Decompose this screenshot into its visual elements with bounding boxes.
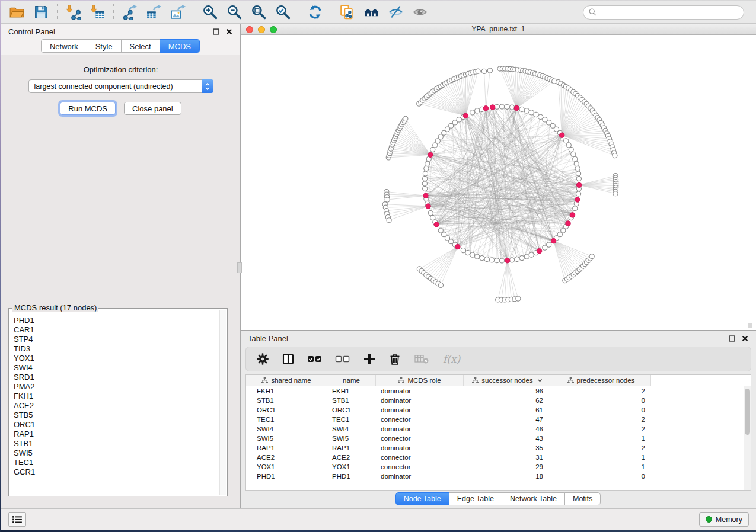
save-icon[interactable] <box>29 2 53 23</box>
mcds-result-item[interactable]: SWI4 <box>14 363 218 373</box>
tab-motifs[interactable]: Motifs <box>564 492 601 505</box>
import-network-icon[interactable] <box>61 2 85 23</box>
zoom-out-icon[interactable] <box>222 2 247 23</box>
float-panel-button[interactable] <box>212 28 220 36</box>
column-header-successor-nodes[interactable]: successor nodes <box>464 375 551 386</box>
column-header-shared-name[interactable]: shared name <box>246 375 327 386</box>
mcds-result-scrollbar[interactable] <box>219 310 226 495</box>
maximize-window-icon[interactable] <box>270 26 277 33</box>
open-icon[interactable] <box>5 2 29 23</box>
delete-icon[interactable] <box>388 352 401 366</box>
gear-icon[interactable] <box>256 352 269 366</box>
table-row[interactable]: PHD1PHD1dominator180 <box>246 472 751 481</box>
network-window-titlebar[interactable]: YPA_prune.txt_1 <box>241 24 756 35</box>
table-row[interactable]: STB1STB1dominator620 <box>246 396 751 405</box>
panel-splitter-handle[interactable] <box>237 262 242 273</box>
optimization-criterion-dropdown[interactable]: largest connected component (undirected) <box>28 79 213 93</box>
run-mcds-button[interactable]: Run MCDS <box>60 102 116 115</box>
table-panel: Table Panel f(x) shared namenameMCDS rol… <box>241 331 756 508</box>
dropdown-value: largest connected component (undirected) <box>34 82 173 91</box>
mcds-result-item[interactable]: TID3 <box>14 344 218 354</box>
toolbar-separator <box>299 4 299 21</box>
hide-icon[interactable] <box>384 2 408 23</box>
table-row[interactable]: TEC1TEC1connector472 <box>246 415 751 424</box>
table-body: FKH1FKH1dominator962STB1STB1dominator620… <box>246 386 751 481</box>
import-table-icon[interactable] <box>85 2 110 23</box>
search-box[interactable] <box>583 5 744 20</box>
table-cell: PHD1 <box>327 473 376 480</box>
table-scrollbar[interactable] <box>744 386 751 490</box>
close-table-panel-button[interactable] <box>741 335 749 342</box>
column-header-MCDS-role[interactable]: MCDS role <box>376 375 464 386</box>
zoom-fit-icon[interactable] <box>247 2 271 23</box>
table-cell: dominator <box>376 444 464 451</box>
search-input[interactable] <box>600 8 738 17</box>
node-table[interactable]: shared namenameMCDS rolesuccessor nodesp… <box>245 374 751 491</box>
show-panels-button[interactable] <box>8 512 26 527</box>
mcds-result-item[interactable]: PMA2 <box>14 382 218 392</box>
column-header-predecessor-nodes[interactable]: predecessor nodes <box>551 375 651 386</box>
zoom-in-icon[interactable] <box>198 2 222 23</box>
tab-network[interactable]: Network <box>41 39 87 53</box>
deselect-all-icon[interactable] <box>335 352 350 366</box>
mcds-result-item[interactable]: STP4 <box>14 335 218 344</box>
refresh-icon[interactable] <box>303 2 327 23</box>
close-panel-action-button[interactable]: Close panel <box>124 102 181 115</box>
table-row[interactable]: YOX1YOX1connector291 <box>246 462 751 472</box>
network-graph[interactable] <box>241 35 756 330</box>
mcds-result-item[interactable]: SWI5 <box>14 448 218 458</box>
mcds-result-item[interactable]: FKH1 <box>14 392 218 401</box>
table-cell: TEC1 <box>327 416 376 423</box>
memory-status-icon <box>706 516 712 523</box>
export-network-icon[interactable] <box>117 2 142 23</box>
mcds-result-item[interactable]: YOX1 <box>14 354 218 363</box>
table-row[interactable]: ORC1ORC1dominator610 <box>246 405 751 415</box>
first-neighbors-icon[interactable] <box>359 2 384 23</box>
tab-network-table[interactable]: Network Table <box>502 492 565 505</box>
column-header-name[interactable]: name <box>327 375 376 386</box>
mcds-result-item[interactable]: TEC1 <box>14 458 218 467</box>
add-icon[interactable] <box>363 352 376 366</box>
mcds-result-item[interactable]: GCR1 <box>14 467 218 477</box>
table-cell: 31 <box>464 454 551 461</box>
columns-icon[interactable] <box>282 352 295 366</box>
table-row[interactable]: SWI4SWI4dominator462 <box>246 424 751 434</box>
zoom-selected-icon[interactable] <box>271 2 295 23</box>
mcds-result-item[interactable]: STB5 <box>14 411 218 420</box>
mcds-result-item[interactable]: CAR1 <box>14 325 218 335</box>
table-row[interactable]: FKH1FKH1dominator962 <box>246 386 751 396</box>
memory-button[interactable]: Memory <box>699 512 749 527</box>
export-image-icon[interactable] <box>166 2 190 23</box>
mcds-result-item[interactable]: PHD1 <box>14 316 218 325</box>
float-table-panel-button[interactable] <box>728 335 736 342</box>
table-cell: 35 <box>464 444 551 451</box>
network-canvas[interactable] <box>241 35 756 330</box>
tab-mcds[interactable]: MCDS <box>160 39 200 53</box>
close-panel-button[interactable] <box>225 28 233 36</box>
select-all-icon[interactable] <box>307 352 323 366</box>
mcds-result-item[interactable]: SRD1 <box>14 373 218 382</box>
tab-node-table[interactable]: Node Table <box>395 492 449 505</box>
close-window-icon[interactable] <box>246 26 253 33</box>
table-row[interactable]: RAP1RAP1dominator352 <box>246 443 751 453</box>
tab-style[interactable]: Style <box>87 39 122 53</box>
mcds-result-item[interactable]: ACE2 <box>14 401 218 411</box>
export-table-icon[interactable] <box>142 2 166 23</box>
clone-network-icon[interactable] <box>335 2 359 23</box>
wallpaper-left-edge <box>0 0 1 532</box>
table-cell: dominator <box>376 397 464 404</box>
mcds-result-item[interactable]: ORC1 <box>14 420 218 430</box>
minimize-window-icon[interactable] <box>258 26 265 33</box>
mcds-result-item[interactable]: RAP1 <box>14 430 218 439</box>
tab-edge-table[interactable]: Edge Table <box>449 492 502 505</box>
table-row[interactable]: SWI5SWI5connector431 <box>246 434 751 443</box>
svg-text:f(x): f(x) <box>443 353 461 365</box>
canvas-grip <box>748 323 752 328</box>
mcds-result-item[interactable]: STB1 <box>14 439 218 448</box>
table-cell: 0 <box>551 397 651 404</box>
table-scrollbar-thumb[interactable] <box>745 389 750 435</box>
table-row[interactable]: ACE2ACE2connector311 <box>246 453 751 462</box>
show-icon[interactable] <box>408 2 432 23</box>
tab-select[interactable]: Select <box>121 39 160 53</box>
mcds-result-list[interactable]: PHD1CAR1STP4TID3YOX1SWI4SRD1PMA2FKH1ACE2… <box>10 315 218 495</box>
